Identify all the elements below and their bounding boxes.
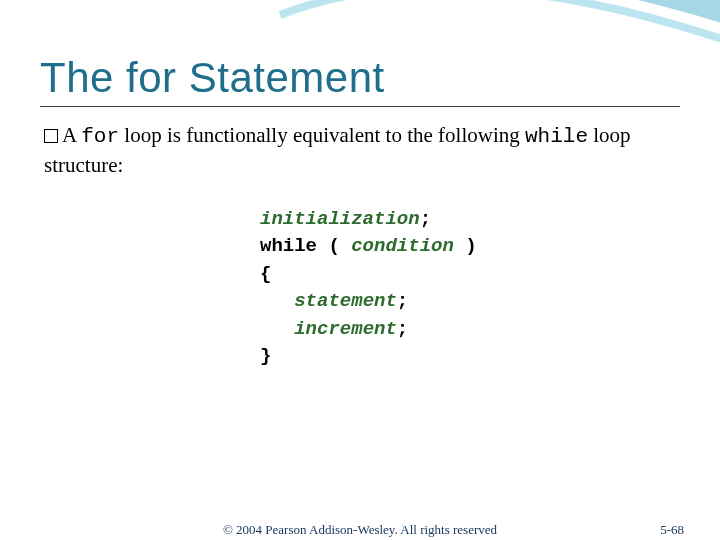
slide-title: The for Statement	[40, 54, 680, 107]
code-while-keyword: while (	[260, 235, 351, 257]
code-statement: statement	[294, 290, 397, 312]
body-paragraph: A for loop is functionally equivalent to…	[40, 121, 680, 180]
body-text-prefix: A	[62, 123, 81, 147]
code-close-brace: }	[260, 345, 271, 367]
code-increment: increment	[294, 318, 397, 340]
copyright-text: © 2004 Pearson Addison-Wesley. All right…	[0, 522, 720, 538]
inline-code-for: for	[81, 125, 119, 148]
page-number: 5-68	[660, 522, 684, 538]
code-condition: condition	[351, 235, 454, 257]
code-initialization: initialization	[260, 208, 420, 230]
bullet-icon	[44, 129, 58, 143]
slide: The for Statement A for loop is function…	[0, 0, 720, 540]
code-open-brace: {	[260, 263, 271, 285]
body-text-mid: loop is functionally equivalent to the f…	[119, 123, 525, 147]
code-block: initialization; while ( condition ) { st…	[260, 206, 680, 371]
inline-code-while: while	[525, 125, 588, 148]
